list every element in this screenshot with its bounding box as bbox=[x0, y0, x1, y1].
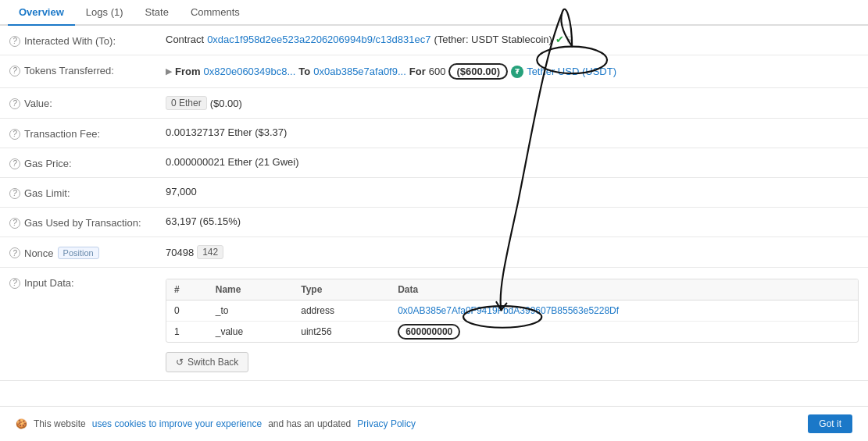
table-header-name: Name bbox=[208, 279, 293, 301]
from-prefix: From bbox=[175, 66, 201, 77]
switch-back-button[interactable]: ↺ Switch Back bbox=[166, 352, 248, 372]
transaction-details: ? Interacted With (To): Contract 0xdac1f… bbox=[0, 26, 868, 381]
verified-icon: ✔ bbox=[555, 34, 564, 45]
transfer-arrow-icon: ▶ bbox=[166, 66, 172, 76]
table-cell-data: 600000000 bbox=[390, 322, 858, 343]
tab-logs[interactable]: Logs (1) bbox=[75, 0, 134, 26]
gas-price-label: ? Gas Price: bbox=[9, 156, 166, 169]
input-data-row: ? Input Data: # Name Type Data bbox=[0, 268, 868, 381]
value-ether-badge: 0 Ether bbox=[166, 96, 207, 110]
gas-used-row: ? Gas Used by Transaction: 63,197 (65.15… bbox=[0, 208, 868, 237]
interacted-with-row: ? Interacted With (To): Contract 0xdac1f… bbox=[0, 26, 868, 55]
interacted-with-help-icon[interactable]: ? bbox=[9, 36, 20, 47]
position-badge: Position bbox=[58, 247, 99, 259]
gas-price-help-icon[interactable]: ? bbox=[9, 158, 20, 169]
to-prefix: To bbox=[298, 66, 310, 77]
tab-state[interactable]: State bbox=[134, 0, 180, 26]
gas-price-value: 0.000000021 Ether (21 Gwei) bbox=[166, 156, 859, 168]
table-row: 1 _value uint256 600000000 bbox=[166, 322, 858, 343]
gas-price-row: ? Gas Price: 0.000000021 Ether (21 Gwei) bbox=[0, 148, 868, 178]
value-help-icon[interactable]: ? bbox=[9, 98, 20, 109]
tokens-transferred-value: ▶ From 0x820e060349bc8... To 0x0ab385e7a… bbox=[166, 63, 859, 80]
table-cell-num: 0 bbox=[166, 301, 208, 322]
value-usd: ($0.00) bbox=[210, 98, 242, 109]
gas-limit-text: 97,000 bbox=[166, 186, 197, 197]
table-header-type: Type bbox=[293, 279, 390, 301]
tokens-transferred-row: ? Tokens Transferred: ▶ From 0x820e06034… bbox=[0, 55, 868, 88]
switch-back-icon: ↺ bbox=[176, 357, 184, 368]
contract-prefix: Contract bbox=[166, 34, 204, 45]
table-data-link[interactable]: 0x0AB385e7Afa0F9419FbdA399607B85563e5228… bbox=[398, 305, 619, 316]
contract-address-link[interactable]: 0xdac1f958d2ee523a2206206994b9/c13d831ec… bbox=[207, 34, 430, 45]
input-data-help-icon[interactable]: ? bbox=[9, 278, 20, 289]
nonce-number: 70498 bbox=[166, 247, 194, 258]
value-label: ? Value: bbox=[9, 96, 166, 109]
tether-label: (Tether: USDT Stablecoin) bbox=[434, 34, 552, 45]
interacted-with-value: Contract 0xdac1f958d2ee523a2206206994b9/… bbox=[166, 34, 859, 45]
to-address-link[interactable]: 0x0ab385e7afa0f9... bbox=[313, 66, 406, 77]
nonce-value: 70498 142 bbox=[166, 245, 859, 259]
transfer-amount-usd: ($600.00) bbox=[448, 63, 508, 80]
nonce-help-icon[interactable]: ? bbox=[9, 247, 20, 258]
transaction-fee-label: ? Transaction Fee: bbox=[9, 126, 166, 140]
token-name-link[interactable]: Tether USD (USDT) bbox=[527, 66, 616, 77]
nonce-row: ? Nonce Position 70498 142 bbox=[0, 237, 868, 268]
gas-used-help-icon[interactable]: ? bbox=[9, 218, 20, 229]
gas-used-value: 63,197 (65.15%) bbox=[166, 215, 859, 227]
input-data-table: # Name Type Data 0 _to address bbox=[166, 279, 859, 343]
tx-fee-text: 0.001327137 Ether ($3.37) bbox=[166, 126, 287, 138]
tokens-transferred-label: ? Tokens Transferred: bbox=[9, 63, 166, 76]
transaction-fee-row: ? Transaction Fee: 0.001327137 Ether ($3… bbox=[0, 119, 868, 148]
for-prefix: For bbox=[409, 66, 426, 77]
table-cell-type: uint256 bbox=[293, 322, 390, 343]
tab-comments[interactable]: Comments bbox=[180, 0, 251, 26]
gas-price-text: 0.000000021 Ether (21 Gwei) bbox=[166, 156, 299, 168]
table-cell-name: _to bbox=[208, 301, 293, 322]
table-cell-type: address bbox=[293, 301, 390, 322]
table-cell-name: _value bbox=[208, 322, 293, 343]
value-content: 0 Ether ($0.00) bbox=[166, 96, 859, 110]
table-header-num: # bbox=[166, 279, 208, 301]
tokens-help-icon[interactable]: ? bbox=[9, 66, 20, 76]
from-address-link[interactable]: 0x820e060349bc8... bbox=[204, 66, 296, 77]
transaction-fee-value: 0.001327137 Ether ($3.37) bbox=[166, 126, 859, 138]
gas-limit-row: ? Gas Limit: 97,000 bbox=[0, 178, 868, 208]
nonce-label: ? Nonce Position bbox=[9, 245, 166, 259]
interacted-with-label: ? Interacted With (To): bbox=[9, 34, 166, 47]
table-data-value-circled: 600000000 bbox=[398, 324, 460, 340]
gas-limit-value: 97,000 bbox=[166, 186, 859, 197]
input-data-value: # Name Type Data 0 _to address bbox=[166, 276, 859, 372]
table-row: 0 _to address 0x0AB385e7Afa0F9419FbdA399… bbox=[166, 301, 858, 322]
gas-used-label: ? Gas Used by Transaction: bbox=[9, 215, 166, 229]
copy-icon[interactable]: ⎘ bbox=[567, 34, 573, 45]
tx-fee-help-icon[interactable]: ? bbox=[9, 129, 20, 140]
nonce-position-value: 142 bbox=[197, 245, 223, 259]
tether-token-icon: ₮ bbox=[511, 66, 523, 78]
switch-back-label: Switch Back bbox=[188, 357, 238, 368]
input-data-label: ? Input Data: bbox=[9, 276, 166, 289]
gas-limit-label: ? Gas Limit: bbox=[9, 186, 166, 199]
tab-overview[interactable]: Overview bbox=[8, 0, 75, 26]
table-cell-data: 0x0AB385e7Afa0F9419FbdA399607B85563e5228… bbox=[390, 301, 858, 322]
table-header-data: Data bbox=[390, 279, 858, 301]
gas-used-text: 63,197 (65.15%) bbox=[166, 215, 241, 227]
table-cell-num: 1 bbox=[166, 322, 208, 343]
tabs-bar: Overview Logs (1) State Comments bbox=[0, 0, 868, 26]
gas-limit-help-icon[interactable]: ? bbox=[9, 188, 20, 199]
transfer-amount: 600 bbox=[429, 66, 446, 77]
value-row: ? Value: 0 Ether ($0.00) bbox=[0, 88, 868, 119]
